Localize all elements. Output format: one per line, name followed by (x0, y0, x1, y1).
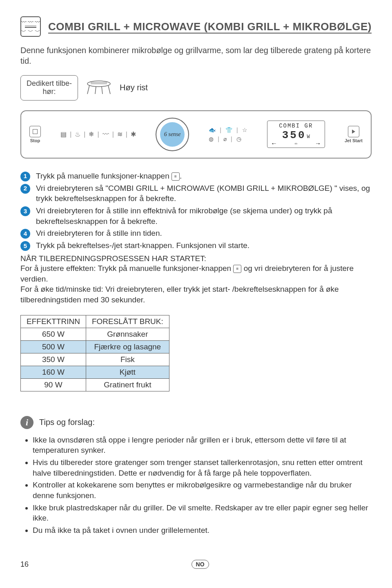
cell-use: Kjøtt (86, 366, 169, 378)
cell-power: 350 W (21, 353, 86, 366)
cell-use: Gratinert frukt (86, 378, 169, 391)
accessory-name: Høy rist (120, 83, 148, 92)
page-number: 16 (20, 560, 29, 569)
started-line2: For å øke tid/minske tid: Vri dreiebryte… (20, 285, 339, 304)
menu-button-icon: ≡ (172, 172, 180, 181)
defrost-icon: ❄ (89, 130, 94, 138)
wave-icon: 〰 (102, 131, 109, 138)
cell-use: Fjærkre og lasagne (86, 340, 169, 353)
table-row: 500 WFjærkre og lasagne (21, 340, 169, 353)
step-bullet: 2 (20, 184, 30, 194)
stop-button[interactable]: Stop (29, 126, 41, 143)
table-row: 650 WGrønnsaker (21, 328, 169, 340)
fish-icon: 🐟 (209, 127, 216, 133)
list-item: Ikke bruk plastredskaper når du griller.… (33, 503, 372, 523)
play-icon (348, 126, 359, 137)
power-table: EFFEKTTRINN FORESLÅTT BRUK: 650 WGrønnsa… (20, 315, 169, 391)
table-row: 160 WKjøtt (21, 366, 169, 378)
table-row: 90 WGratinert frukt (21, 378, 169, 391)
stop-label: Stop (30, 138, 40, 143)
step-suffix: . (180, 172, 182, 180)
step-text: Vri dreiebryteren for å stille inn effek… (36, 206, 372, 226)
display-value: 350 (282, 129, 306, 141)
accessory-box: Dedikert tilbe- hør: (20, 75, 78, 101)
menu-button-icon: ≡ (233, 265, 241, 273)
display-title: COMBI GR (272, 123, 321, 129)
cell-power: 500 W (21, 340, 86, 353)
accessory-label-2: hør: (43, 87, 56, 96)
step-bullet: 5 (20, 241, 30, 251)
jet-start-label: Jet Start (345, 138, 363, 143)
th-power: EFFEKTTRINN (21, 315, 86, 328)
chef-icon: 👕 (225, 127, 232, 133)
dial-label: 6 sense (160, 122, 185, 147)
lang-badge: NO (192, 560, 209, 569)
display: COMBI GR 350 W ◂─▭─▸ (267, 121, 325, 148)
step-text: Vri dreiebryteren for å stille inn tiden… (36, 228, 372, 239)
display-unit: W (307, 134, 310, 140)
high-rack-icon (85, 80, 113, 96)
step-5: 5 Trykk på bekreftelses-/jet start-knapp… (20, 240, 372, 251)
step-text: Vri dreiebryteren så "COMBI GRILL + MICR… (36, 183, 372, 204)
star-icon: ☆ (242, 127, 247, 133)
started-line1-prefix: For å justere effekten: Trykk på manuell… (20, 264, 233, 273)
jet-start-button[interactable]: Jet Start (345, 126, 363, 143)
dial-knob[interactable]: 6 sense (156, 118, 189, 151)
svg-line-2 (95, 87, 96, 94)
started-body: For å justere effekten: Trykk på manuell… (20, 263, 372, 305)
pizza-icon: ◍ (209, 136, 214, 142)
cell-use: Fisk (86, 353, 169, 366)
cell-power: 160 W (21, 366, 86, 378)
cell-power: 90 W (21, 378, 86, 391)
control-panel: Stop ▤| ♨| ❄| 〰| ≋| ✱ 6 sense 🐟| 👕| ☆ ◍|… (20, 110, 372, 159)
step-3: 3 Vri dreiebryteren for å stille inn eff… (20, 206, 372, 226)
table-row: 350 WFisk (21, 353, 169, 366)
svg-line-3 (102, 87, 102, 94)
mode-icons-right: 🐟| 👕| ☆ ◍| ⌀| ◷ (209, 127, 247, 142)
step-bullet: 3 (20, 206, 30, 216)
step-bullet: 1 (20, 172, 30, 181)
step-2: 2 Vri dreiebryteren så "COMBI GRILL + MI… (20, 183, 372, 204)
step-1: 1 Trykk på manuelle funksjoner-knappen ≡… (20, 171, 372, 181)
page-title: COMBI GRILL + MICROWAVE (KOMBI GRILL + M… (48, 20, 372, 33)
timer-icon: ◷ (236, 136, 241, 142)
list-item: Du må ikke ta på taket i ovnen under gri… (33, 525, 372, 536)
step-text: Trykk på manuelle funksjoner-knappen (36, 172, 172, 180)
cell-power: 650 W (21, 328, 86, 340)
tips-title: Tips og forslag: (39, 418, 95, 427)
step-4: 4 Vri dreiebryteren for å stille inn tid… (20, 228, 372, 239)
th-use: FORESLÅTT BRUK: (86, 315, 169, 328)
list-item: Hvis du tilbereder store gratenger som t… (33, 457, 372, 478)
intro-text: Denne funksjonen kombinerer mikrobølge o… (20, 45, 372, 66)
list-item: Ikke la ovnsdøren stå oppe i lengre peri… (33, 435, 372, 456)
list-item: Kontroller at kokekarene som benyttes er… (33, 480, 372, 501)
fan-icon: ✱ (131, 130, 136, 138)
grill-mode-icon: 〰〰〰 ﹀﹀﹀ (20, 16, 41, 37)
svg-line-4 (108, 85, 110, 94)
started-heading: NÅR TILBEREDNINGSPROSESSEN HAR STARTET: (20, 254, 372, 263)
list-icon: ▤ (60, 130, 67, 138)
accessory-label-1: Dedikert tilbe- (27, 79, 72, 87)
leaf-icon: ⌀ (223, 136, 227, 142)
tips-list: Ikke la ovnsdøren stå oppe i lengre peri… (20, 435, 372, 536)
info-icon: i (20, 416, 33, 429)
steps-list: 1 Trykk på manuelle funksjoner-knappen ≡… (20, 171, 372, 251)
step-bullet: 4 (20, 229, 30, 239)
combi-icon: ≋ (117, 130, 122, 138)
svg-line-1 (87, 85, 89, 94)
cell-use: Grønnsaker (86, 328, 169, 340)
step-text: Trykk på bekreftelses-/jet start-knappen… (36, 240, 372, 251)
grill-small-icon: ♨ (75, 130, 80, 138)
mode-icons-left: ▤| ♨| ❄| 〰| ≋| ✱ (60, 130, 136, 138)
